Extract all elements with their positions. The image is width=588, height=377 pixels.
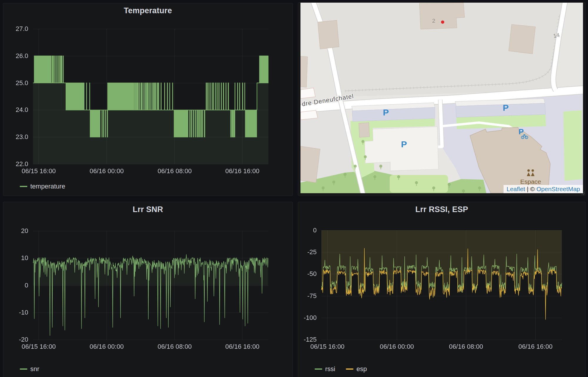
building-left-edge bbox=[300, 56, 308, 87]
map-green-band-right bbox=[563, 110, 582, 181]
legend-item-temperature[interactable]: temperature bbox=[20, 183, 65, 190]
svg-text:P: P bbox=[519, 127, 524, 136]
building-small-beige bbox=[359, 123, 369, 137]
espace-label: Espace bbox=[520, 178, 541, 185]
series-dash-icon bbox=[20, 186, 27, 187]
parking-icon: P bbox=[401, 139, 407, 149]
openstreetmap-link[interactable]: OpenStreetMap bbox=[536, 186, 580, 192]
panel-lrr-snr: Lrr SNR snr bbox=[3, 202, 293, 377]
building-b1 bbox=[318, 20, 339, 49]
parking-icon: P bbox=[383, 108, 389, 118]
panel-lrr-rssi-esp: Lrr RSSI, ESP rssi esp bbox=[298, 202, 586, 377]
map-attribution: Leaflet | © OpenStreetMap bbox=[504, 185, 583, 193]
legend-snr: snr bbox=[3, 360, 293, 377]
road-branch bbox=[440, 100, 442, 147]
map-canvas[interactable]: dre Deneufchatel 2 14 P P P P bbox=[300, 3, 583, 193]
series-dash-icon bbox=[20, 368, 27, 370]
panel-title-temperature[interactable]: Temperature bbox=[3, 3, 293, 17]
panel-temperature: Temperature temperature bbox=[3, 3, 293, 196]
snr-chart[interactable] bbox=[3, 216, 293, 360]
series-dash-icon bbox=[346, 368, 353, 370]
panel-map: dre Deneufchatel 2 14 P P P P bbox=[298, 2, 586, 196]
temperature-chart[interactable] bbox=[3, 17, 293, 177]
legend-label: temperature bbox=[30, 183, 65, 190]
building-b3 bbox=[509, 24, 535, 54]
building-white-1 bbox=[300, 88, 315, 99]
legend-item-rssi[interactable]: rssi bbox=[315, 365, 335, 373]
building-white-2 bbox=[300, 110, 318, 120]
legend-temperature: temperature bbox=[3, 177, 293, 196]
grafana-dashboard: Temperature temperature bbox=[0, 0, 588, 377]
legend-rssi: rssi esp bbox=[298, 360, 585, 377]
openstreetmap-tiles: dre Deneufchatel 2 14 P P P P bbox=[300, 3, 583, 193]
panel-title-rssi[interactable]: Lrr RSSI, ESP bbox=[298, 202, 585, 216]
panel-title-snr[interactable]: Lrr SNR bbox=[3, 202, 293, 216]
parking-icon: P bbox=[503, 103, 509, 113]
leaflet-link[interactable]: Leaflet bbox=[506, 186, 525, 192]
attribution-copyright: © bbox=[530, 186, 536, 192]
device-location-marker[interactable] bbox=[441, 20, 444, 24]
housenumber-2-label: 2 bbox=[432, 18, 435, 24]
series-dash-icon bbox=[315, 368, 322, 370]
attribution-separator: | bbox=[525, 186, 530, 192]
legend-label: esp bbox=[356, 365, 367, 373]
panel-resize-handle[interactable] bbox=[581, 191, 585, 195]
legend-label: snr bbox=[30, 365, 39, 373]
legend-label: rssi bbox=[325, 365, 335, 373]
legend-item-snr[interactable]: snr bbox=[20, 365, 39, 373]
rssi-esp-chart[interactable] bbox=[298, 216, 585, 360]
legend-item-esp[interactable]: esp bbox=[346, 365, 367, 373]
